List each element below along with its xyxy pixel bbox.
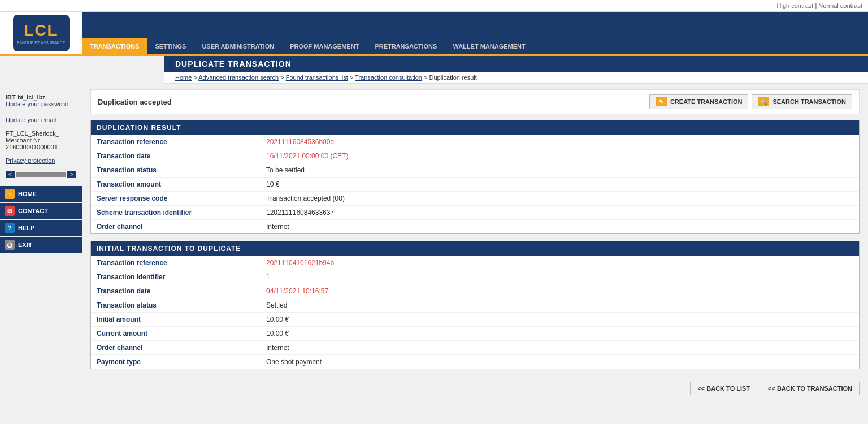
logo-area: LCL BANQUE ET ASSURANCE — [0, 12, 82, 54]
help-icon: ? — [5, 223, 15, 233]
logo-text: LCL — [24, 21, 58, 40]
privacy-link[interactable]: Privacy protection — [6, 157, 55, 164]
field-label-tx-amount: Transaction amount — [97, 180, 266, 188]
field-label-tx-date: Transaction date — [97, 152, 266, 160]
create-transaction-icon: ✎ — [656, 97, 667, 106]
init-field-label-tx-ref: Transaction reference — [97, 259, 266, 267]
breadcrumb-home[interactable]: Home — [175, 74, 192, 81]
home-label: HOME — [18, 191, 37, 197]
nav-tab-user-admin[interactable]: USER ADMINISTRATION — [194, 38, 282, 54]
init-field-value-tx-date: 04/11/2021 10:16:57 — [266, 287, 328, 295]
table-row: Current amount 10.00 € — [91, 327, 859, 341]
merchant-nr: 216000001000001 — [6, 144, 76, 150]
table-row: Transaction reference 20211116084536b00a — [91, 135, 859, 149]
update-email-link[interactable]: Update your email — [6, 116, 56, 123]
table-row: Transaction status To be settled — [91, 163, 859, 178]
field-value-tx-date: 16/11/2021 00:00:00 (CET) — [266, 152, 348, 160]
field-label-scheme-id: Scheme transaction identifier — [97, 209, 266, 217]
field-label-tx-status: Transaction status — [97, 166, 266, 174]
contact-icon: ✉ — [5, 206, 15, 216]
home-icon: ⌂ — [5, 189, 15, 199]
search-transaction-label: SEARCH TRANSACTION — [772, 98, 846, 105]
sidebar: IBT bt_lcl_ibt Update your password Upda… — [0, 84, 82, 423]
init-field-value-tx-ref: 20211104101621b94b — [266, 259, 334, 267]
breadcrumb-current: Duplication result — [429, 74, 476, 81]
sidebar-home-btn[interactable]: ⌂ HOME — [0, 186, 82, 202]
sidebar-nav: ⌂ HOME ✉ CONTACT ? HELP ⏻ EXIT — [0, 186, 82, 253]
user-info: IBT bt_lcl_ibt Update your password — [0, 89, 82, 112]
merchant-info: FT_LCL_Sherlock_ Merchant Nr 21600000100… — [0, 128, 82, 153]
scroll-bar — [16, 172, 66, 177]
footer-buttons: << BACK TO LIST << BACK TO TRANSACTION — [90, 376, 860, 401]
breadcrumb-consultation[interactable]: Transaction consultation — [355, 74, 422, 81]
sidebar-exit-btn[interactable]: ⏻ EXIT — [0, 237, 82, 253]
field-value-response-code: Transaction accepted (00) — [266, 194, 345, 202]
sidebar-contact-btn[interactable]: ✉ CONTACT — [0, 203, 82, 219]
create-transaction-label: CREATE TRANSACTION — [670, 98, 743, 105]
username: IBT bt_lcl_ibt — [6, 94, 76, 101]
header: LCL BANQUE ET ASSURANCE TRANSACTIONS SET… — [0, 12, 868, 56]
init-field-label-current-amount: Current amount — [97, 330, 266, 338]
top-bar: High contrast | Normal contrast — [0, 0, 868, 12]
table-row: Order channel Internet — [91, 341, 859, 355]
update-password-link[interactable]: Update your password — [6, 101, 68, 107]
init-field-label-tx-id: Transaction identifier — [97, 273, 266, 281]
high-contrast-link[interactable]: High contrast — [777, 2, 814, 9]
nav-tab-transactions[interactable]: TRANSACTIONS — [82, 38, 147, 54]
field-value-tx-status: To be settled — [266, 166, 305, 174]
status-message: Duplication accepted — [98, 98, 172, 106]
breadcrumb-advanced-search[interactable]: Advanced transaction search — [198, 74, 279, 81]
init-field-value-payment-type: One shot payment — [266, 358, 322, 366]
field-value-scheme-id: 120211116084633637 — [266, 209, 334, 217]
exit-icon: ⏻ — [5, 240, 15, 250]
nav-tab-wallet-mgmt[interactable]: WALLET MANAGEMENT — [445, 38, 533, 54]
init-field-value-current-amount: 10.00 € — [266, 330, 289, 338]
back-to-list-btn[interactable]: << BACK TO LIST — [690, 382, 757, 395]
init-field-label-payment-type: Payment type — [97, 358, 266, 366]
layout: IBT bt_lcl_ibt Update your password Upda… — [0, 84, 868, 423]
init-field-label-tx-status: Transaction status — [97, 301, 266, 309]
table-row: Server response code Transaction accepte… — [91, 192, 859, 206]
normal-contrast-link[interactable]: Normal contrast — [818, 2, 862, 9]
sidebar-help-btn[interactable]: ? HELP — [0, 220, 82, 236]
contact-label: CONTACT — [18, 207, 48, 214]
merchant-name: FT_LCL_Sherlock_ — [6, 130, 76, 137]
table-row: Transaction date 16/11/2021 00:00:00 (CE… — [91, 149, 859, 163]
init-field-label-initial-amount: Initial amount — [97, 315, 266, 323]
init-field-label-tx-date: Transaction date — [97, 287, 266, 295]
action-bar: Duplication accepted ✎ CREATE TRANSACTIO… — [90, 89, 860, 114]
exit-label: EXIT — [18, 241, 32, 248]
back-to-transaction-btn[interactable]: << BACK TO TRANSACTION — [761, 382, 860, 395]
help-label: HELP — [18, 224, 34, 231]
initial-transaction-section: INITIAL TRANSACTION TO DUPLICATE Transac… — [90, 241, 860, 369]
init-field-value-initial-amount: 10.00 € — [266, 315, 289, 323]
duplication-result-header: DUPLICATION RESULT — [91, 120, 859, 135]
table-row: Transaction identifier 1 — [91, 270, 859, 284]
table-row: Payment type One shot payment — [91, 355, 859, 369]
scroll-left-btn[interactable]: < — [6, 171, 15, 178]
nav-tab-proof-mgmt[interactable]: PROOF MANAGEMENT — [282, 38, 367, 54]
search-transaction-btn[interactable]: 🔍 SEARCH TRANSACTION — [752, 94, 852, 109]
field-label-order-channel: Order channel — [97, 223, 266, 231]
breadcrumb-found-list[interactable]: Found transactions list — [286, 74, 348, 81]
nav-bar: TRANSACTIONS SETTINGS USER ADMINISTRATIO… — [82, 12, 868, 54]
main-content: Duplication accepted ✎ CREATE TRANSACTIO… — [82, 84, 868, 423]
init-field-value-order-channel: Internet — [266, 344, 289, 352]
table-row: Initial amount 10.00 € — [91, 313, 859, 327]
field-value-tx-amount: 10 € — [266, 180, 279, 188]
scroll-right-btn[interactable]: > — [67, 171, 76, 178]
nav-tab-pretransactions[interactable]: PRETRANSACTIONS — [367, 38, 445, 54]
update-email-area: Update your email — [0, 112, 82, 128]
init-field-value-tx-id: 1 — [266, 273, 270, 281]
table-row: Order channel Internet — [91, 220, 859, 233]
nav-tab-settings[interactable]: SETTINGS — [147, 38, 194, 54]
duplication-result-section: DUPLICATION RESULT Transaction reference… — [90, 120, 860, 234]
table-row: Transaction amount 10 € — [91, 178, 859, 192]
table-row: Transaction reference 20211104101621b94b — [91, 256, 859, 270]
search-transaction-icon: 🔍 — [758, 97, 769, 106]
logo-subtext: BANQUE ET ASSURANCE — [17, 41, 65, 45]
field-label-response-code: Server response code — [97, 194, 266, 202]
init-field-value-tx-status: Settled — [266, 301, 287, 309]
create-transaction-btn[interactable]: ✎ CREATE TRANSACTION — [649, 94, 749, 109]
breadcrumb: Home > Advanced transaction search > Fou… — [164, 72, 868, 84]
